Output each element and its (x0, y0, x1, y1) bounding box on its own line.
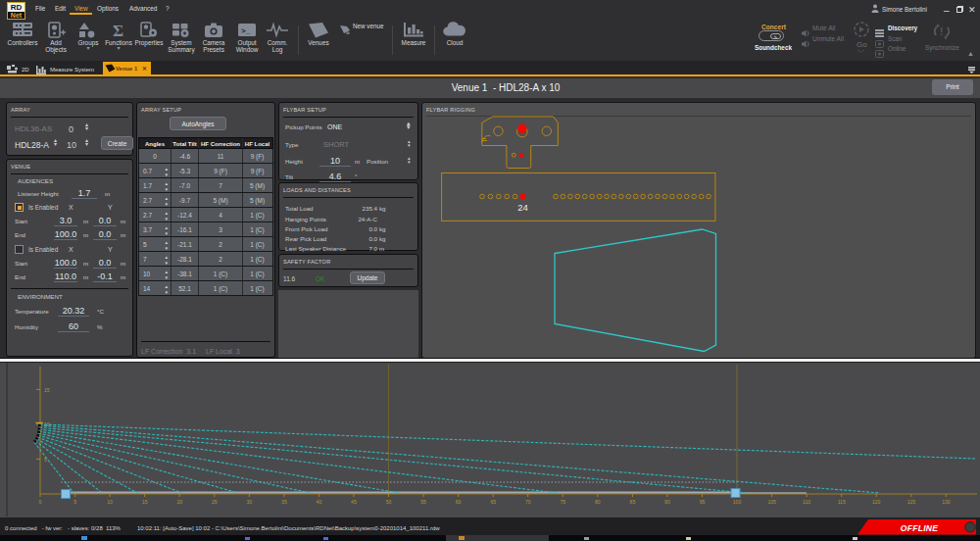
svg-text:Go: Go (857, 40, 867, 49)
svg-text:30: 30 (247, 499, 253, 505)
svg-text:15: 15 (44, 387, 50, 393)
svg-text:95: 95 (700, 499, 706, 505)
svg-text:120: 120 (872, 499, 881, 505)
svg-text:40: 40 (317, 499, 322, 505)
svg-text:60: 60 (456, 499, 462, 505)
svg-text:125: 125 (907, 499, 916, 505)
svg-text:20: 20 (176, 499, 182, 505)
svg-text:75: 75 (560, 499, 565, 505)
svg-text:110: 110 (803, 499, 810, 505)
svg-text:115: 115 (838, 499, 846, 505)
svg-text:15: 15 (142, 499, 148, 505)
svg-text:90: 90 (664, 499, 670, 505)
svg-text:25: 25 (212, 499, 218, 505)
svg-text:0: 0 (39, 499, 42, 505)
svg-text:OFFLINE: OFFLINE (901, 523, 938, 533)
svg-text:45: 45 (351, 499, 357, 505)
svg-text:5: 5 (74, 499, 76, 505)
svg-text:105: 105 (767, 499, 776, 505)
svg-text:24: 24 (517, 202, 528, 213)
svg-text:70: 70 (525, 499, 531, 505)
svg-text:130: 130 (942, 499, 951, 505)
svg-text:80: 80 (595, 499, 601, 505)
svg-text:55: 55 (420, 499, 426, 505)
svg-text:50: 50 (386, 499, 392, 505)
svg-text:85: 85 (630, 499, 636, 505)
svg-text:35: 35 (281, 499, 287, 505)
svg-text:100: 100 (733, 499, 742, 505)
svg-text:65: 65 (490, 499, 496, 505)
svg-text:10: 10 (107, 499, 113, 505)
svg-text:!: ! (940, 26, 943, 37)
